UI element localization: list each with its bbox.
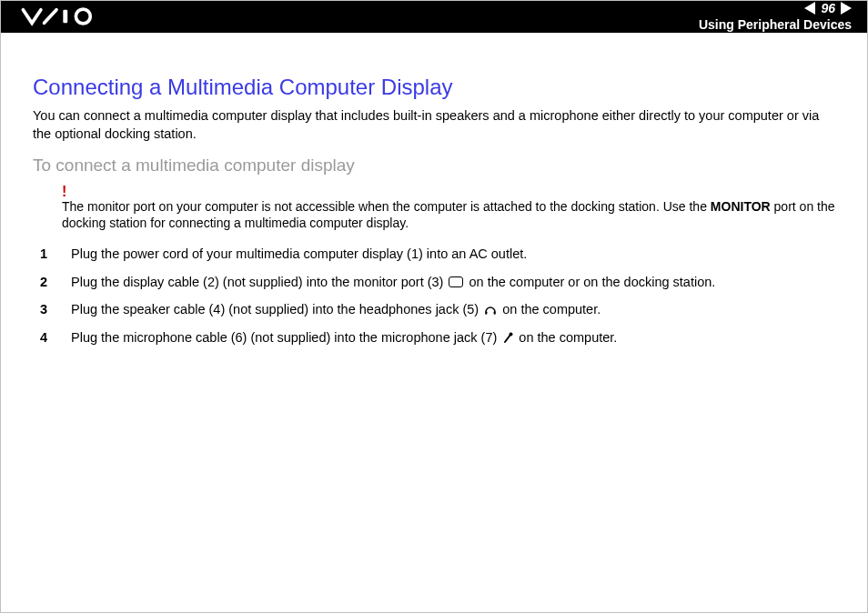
monitor-port-icon [449, 276, 463, 287]
step-4-text-b: on the computer. [515, 330, 617, 345]
exclamation-icon: ! [62, 185, 835, 199]
steps-list: Plug the power cord of your multimedia c… [33, 240, 835, 353]
headphones-icon [484, 300, 497, 320]
page-content: Connecting a Multimedia Computer Display… [0, 33, 868, 369]
note-bold: MONITOR [711, 199, 771, 214]
step-1: Plug the power cord of your multimedia c… [33, 240, 835, 267]
caution-note: ! The monitor port on your computer is n… [62, 185, 835, 231]
page-title: Connecting a Multimedia Computer Display [33, 75, 835, 100]
section-title: Using Peripheral Devices [699, 17, 852, 32]
vaio-logo [16, 6, 116, 26]
step-2-text-a: Plug the display cable (2) (not supplied… [71, 275, 447, 289]
step-4-text-a: Plug the microphone cable (6) (not suppl… [71, 330, 500, 345]
procedure-heading: To connect a multimedia computer display [33, 156, 835, 176]
microphone-icon [502, 328, 513, 348]
svg-rect-3 [494, 311, 496, 315]
svg-rect-2 [485, 311, 487, 315]
step-1-text: Plug the power cord of your multimedia c… [71, 246, 527, 261]
note-pre: The monitor port on your computer is not… [62, 199, 711, 214]
step-4: Plug the microphone cable (6) (not suppl… [33, 324, 835, 352]
page-number: 96 [821, 1, 835, 15]
intro-paragraph: You can connect a multimedia computer di… [33, 107, 835, 143]
step-3-text-a: Plug the speaker cable (4) (not supplied… [71, 302, 482, 317]
svg-point-1 [76, 9, 90, 24]
svg-rect-0 [63, 10, 67, 24]
page-nav: 96 [804, 1, 852, 15]
prev-page-arrow-icon[interactable] [804, 2, 815, 15]
step-2-text-b: on the computer or on the docking statio… [465, 275, 715, 289]
svg-point-4 [510, 333, 513, 337]
header-bar: 96 Using Peripheral Devices [0, 0, 868, 33]
next-page-arrow-icon[interactable] [841, 2, 852, 15]
step-2: Plug the display cable (2) (not supplied… [33, 268, 835, 296]
step-3-text-b: on the computer. [499, 302, 601, 317]
note-text: The monitor port on your computer is not… [62, 199, 835, 231]
step-3: Plug the speaker cable (4) (not supplied… [33, 296, 835, 324]
